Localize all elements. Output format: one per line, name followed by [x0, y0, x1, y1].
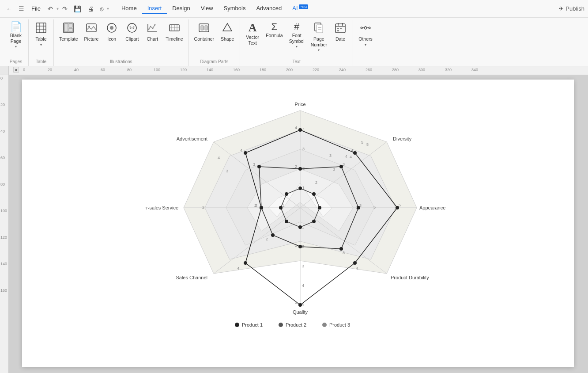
ribbon-group-text-items: A VectorText Σ Formula # FontSymbol ▾: [243, 19, 350, 58]
redo-button[interactable]: ↷: [60, 4, 70, 14]
table-button[interactable]: Table ▾: [31, 19, 51, 49]
tab-insert[interactable]: Insert: [142, 3, 167, 14]
date-button[interactable]: Date: [331, 19, 350, 44]
shape-button[interactable]: Shape: [218, 19, 237, 44]
tick-app-5: 5: [373, 205, 376, 209]
svg-point-19: [155, 24, 156, 26]
p3-appearance: [318, 206, 321, 209]
axis-advertisement: Advertisement: [177, 136, 207, 141]
publish-label: Publish: [565, 5, 584, 12]
vector-text-icon: A: [249, 22, 257, 34]
ribbon-group-text: A VectorText Σ Formula # FontSymbol ▾: [240, 19, 353, 66]
ruler-v-160: 160: [0, 288, 7, 293]
svg-rect-6: [64, 24, 68, 32]
file-button[interactable]: File: [28, 4, 44, 14]
collapse-button[interactable]: »: [13, 67, 19, 73]
svg-text:1: 1: [282, 203, 284, 208]
ribbon-group-pages-items: 📄 BlankPage ▾: [6, 19, 26, 58]
picture-label: Picture: [84, 36, 99, 42]
svg-text:4: 4: [351, 148, 353, 152]
vector-text-button[interactable]: A VectorText: [243, 19, 262, 47]
tab-symbols[interactable]: Symbols: [219, 3, 251, 14]
blank-page-arrow: ▾: [15, 45, 17, 49]
ruler-tick-60: 60: [101, 68, 105, 72]
timeline-button[interactable]: Timeline: [163, 19, 185, 44]
ruler-tick-0: 0: [23, 68, 25, 72]
axis-quality: Quality: [293, 309, 308, 315]
blank-page-label: BlankPage: [10, 33, 22, 44]
p3-advert: [285, 192, 288, 196]
tab-home[interactable]: Home: [116, 3, 142, 14]
hamburger-button[interactable]: ☰: [16, 4, 27, 14]
ruler-tick-80: 80: [127, 68, 132, 72]
ruler-horizontal: » 0 20 40 60 80 100 120 140 160 180 200 …: [9, 66, 588, 75]
axis-appearance: Appearance: [419, 205, 445, 210]
svg-text:2: 2: [295, 243, 297, 247]
ribbon-group-diagram-items: Container Shape: [192, 19, 237, 58]
p1-quality: [298, 303, 302, 307]
pages-group-label: Pages: [10, 59, 22, 64]
tab-ai[interactable]: AIPRO: [287, 3, 313, 14]
template-label: Template: [59, 36, 78, 42]
tab-advanced[interactable]: Advanced: [251, 3, 287, 14]
axis-price: Price: [294, 102, 305, 107]
tick-adv-4: 4: [218, 156, 220, 160]
ruler-v-20: 20: [0, 103, 5, 107]
clipart-button[interactable]: Clipart: [122, 19, 142, 44]
ruler-corner: [0, 66, 9, 75]
font-symbol-button[interactable]: # FontSymbol ▾: [286, 19, 307, 50]
back-button[interactable]: ←: [4, 4, 15, 14]
ruler-tick-280: 280: [392, 68, 399, 72]
formula-label: Formula: [266, 33, 283, 38]
page-number-button[interactable]: PageNumber ▾: [308, 19, 330, 54]
date-label: Date: [335, 36, 345, 42]
save-button[interactable]: 💾: [71, 4, 84, 14]
tab-design[interactable]: Design: [167, 3, 195, 14]
ruler-tick-220: 220: [313, 68, 319, 72]
svg-text:5: 5: [295, 300, 297, 304]
ribbon-group-illustrations: Template Picture: [54, 19, 189, 66]
others-icon: [360, 22, 371, 35]
icon-label: Icon: [107, 36, 116, 42]
legend-label-3: Product 3: [329, 322, 350, 327]
svg-point-18: [152, 28, 154, 29]
svg-rect-30: [317, 25, 323, 33]
svg-rect-26: [201, 26, 204, 30]
ruler-tick-300: 300: [418, 68, 425, 72]
ruler-v-120: 120: [0, 235, 7, 240]
publish-button[interactable]: ✈ Publish: [559, 5, 584, 12]
legend-dot-3: [322, 323, 327, 327]
container-button[interactable]: Container: [192, 19, 217, 44]
shape-label: Shape: [221, 36, 234, 42]
chart-button[interactable]: Chart: [143, 19, 162, 44]
others-button[interactable]: Others ▾: [356, 19, 375, 49]
diagram-group-label: Diagram Parts: [200, 59, 228, 64]
svg-rect-8: [69, 28, 72, 32]
svg-text:2: 2: [315, 180, 317, 185]
p2-saleschan: [271, 233, 275, 237]
table-label: Table: [35, 36, 46, 42]
p1-advert: [244, 151, 247, 155]
undo-button[interactable]: ↶: [45, 4, 56, 14]
formula-button[interactable]: Σ Formula: [263, 19, 286, 40]
export-button[interactable]: ⎋: [97, 4, 106, 14]
p1-saleschan: [244, 261, 247, 265]
file-label: File: [31, 5, 41, 12]
nav-buttons: ← ☰ File ↶ ▾ ↷ 💾 🖨 ⎋ ▾: [4, 4, 109, 14]
ruler-v-0: 0: [0, 76, 3, 80]
icon-button[interactable]: Icon: [102, 19, 121, 44]
text-group-label: Text: [292, 59, 300, 64]
blank-page-button[interactable]: 📄 BlankPage ▾: [6, 19, 26, 50]
svg-rect-0: [36, 23, 46, 33]
svg-text:2: 2: [295, 164, 297, 169]
others-arrow: ▾: [365, 43, 366, 47]
export-arrow: ▾: [107, 6, 109, 11]
tab-view[interactable]: View: [196, 3, 219, 14]
print-button[interactable]: 🖨: [85, 4, 96, 14]
others-label: Others: [358, 36, 373, 42]
p1-price: [298, 128, 302, 132]
tick-price-3: 3: [302, 147, 305, 151]
picture-button[interactable]: Picture: [82, 19, 102, 44]
legend-dot-2: [279, 323, 283, 327]
template-button[interactable]: Template: [57, 19, 81, 44]
